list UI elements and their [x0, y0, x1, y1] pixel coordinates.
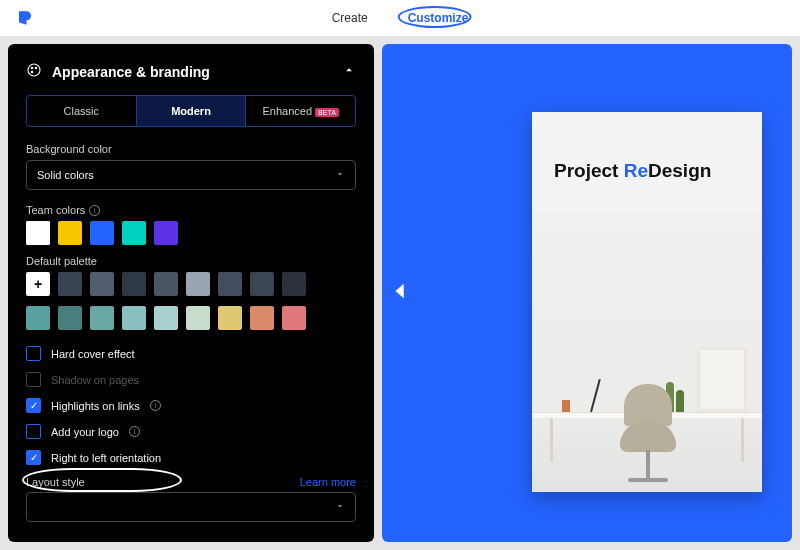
cover-illustration — [532, 212, 762, 492]
color-swatch[interactable] — [90, 306, 114, 330]
label-hardcover: Hard cover effect — [51, 348, 135, 360]
learn-more-link[interactable]: Learn more — [300, 476, 356, 488]
color-swatch[interactable] — [90, 272, 114, 296]
layout-label: Layout style — [26, 476, 85, 488]
label-logo: Add your logo — [51, 426, 119, 438]
option-logo[interactable]: Add your logo i — [26, 424, 356, 439]
chevron-up-icon[interactable] — [342, 63, 356, 81]
palette-icon — [26, 62, 42, 81]
bgcolor-dropdown[interactable]: Solid colors — [26, 160, 356, 190]
tab-enhanced[interactable]: EnhancedBETA — [245, 96, 355, 126]
color-swatch[interactable] — [58, 272, 82, 296]
checkbox-rtl[interactable] — [26, 450, 41, 465]
chevron-down-icon — [335, 169, 345, 181]
color-swatch[interactable] — [250, 306, 274, 330]
checkbox-highlights[interactable] — [26, 398, 41, 413]
label-rtl: Right to left orientation — [51, 452, 161, 464]
checkbox-shadow — [26, 372, 41, 387]
color-swatch[interactable] — [154, 306, 178, 330]
bgcolor-value: Solid colors — [37, 169, 94, 181]
theme-tabs: Classic Modern EnhancedBETA — [26, 95, 356, 127]
color-swatch[interactable] — [122, 272, 146, 296]
palette-row2 — [26, 306, 356, 330]
color-swatch[interactable] — [90, 221, 114, 245]
svg-point-0 — [28, 64, 40, 76]
bgcolor-label: Background color — [26, 143, 356, 155]
document-title: Project ReDesign — [554, 160, 711, 181]
team-swatches — [26, 221, 356, 245]
layout-dropdown[interactable] — [26, 492, 356, 522]
preview-pane: Project ReDesign — [382, 44, 792, 542]
color-swatch[interactable] — [122, 221, 146, 245]
teamcolors-label: Team colors i — [26, 204, 356, 216]
color-swatch[interactable] — [186, 272, 210, 296]
option-rtl[interactable]: Right to left orientation — [26, 450, 356, 465]
color-swatch[interactable] — [282, 306, 306, 330]
document-page: Project ReDesign — [532, 112, 762, 492]
color-swatch[interactable] — [250, 272, 274, 296]
color-swatch[interactable] — [154, 272, 178, 296]
checkbox-hardcover[interactable] — [26, 346, 41, 361]
add-swatch-button[interactable]: + — [26, 272, 50, 296]
tab-modern[interactable]: Modern — [136, 96, 246, 126]
prev-page-button[interactable] — [390, 277, 412, 309]
color-swatch[interactable] — [218, 272, 242, 296]
info-icon[interactable]: i — [129, 426, 140, 437]
nav-customize[interactable]: Customize — [408, 11, 469, 25]
color-swatch[interactable] — [218, 306, 242, 330]
color-swatch[interactable] — [186, 306, 210, 330]
info-icon[interactable]: i — [89, 205, 100, 216]
color-swatch[interactable] — [26, 306, 50, 330]
section-header[interactable]: Appearance & branding — [26, 62, 356, 81]
label-shadow: Shadow on pages — [51, 374, 139, 386]
color-swatch[interactable] — [282, 272, 306, 296]
label-highlights: Highlights on links — [51, 400, 140, 412]
svg-point-3 — [31, 71, 33, 73]
settings-panel: Appearance & branding Classic Modern Enh… — [8, 44, 374, 542]
info-icon[interactable]: i — [150, 400, 161, 411]
section-title: Appearance & branding — [52, 64, 210, 80]
palette-label: Default palette — [26, 255, 356, 267]
color-swatch[interactable] — [58, 221, 82, 245]
nav-create[interactable]: Create — [332, 11, 368, 25]
chevron-down-icon — [335, 501, 345, 513]
color-swatch[interactable] — [26, 221, 50, 245]
option-shadow: Shadow on pages — [26, 372, 356, 387]
nav-customize-label: Customize — [408, 11, 469, 25]
palette-row1: + — [26, 272, 356, 296]
svg-point-1 — [31, 67, 33, 69]
tab-classic[interactable]: Classic — [27, 96, 136, 126]
app-logo — [16, 9, 34, 27]
color-swatch[interactable] — [122, 306, 146, 330]
option-hardcover[interactable]: Hard cover effect — [26, 346, 356, 361]
color-swatch[interactable] — [154, 221, 178, 245]
checkbox-logo[interactable] — [26, 424, 41, 439]
color-swatch[interactable] — [58, 306, 82, 330]
option-highlights[interactable]: Highlights on links i — [26, 398, 356, 413]
tab-enhanced-label: Enhanced — [263, 105, 313, 117]
beta-badge: BETA — [315, 108, 339, 117]
svg-point-2 — [35, 67, 37, 69]
